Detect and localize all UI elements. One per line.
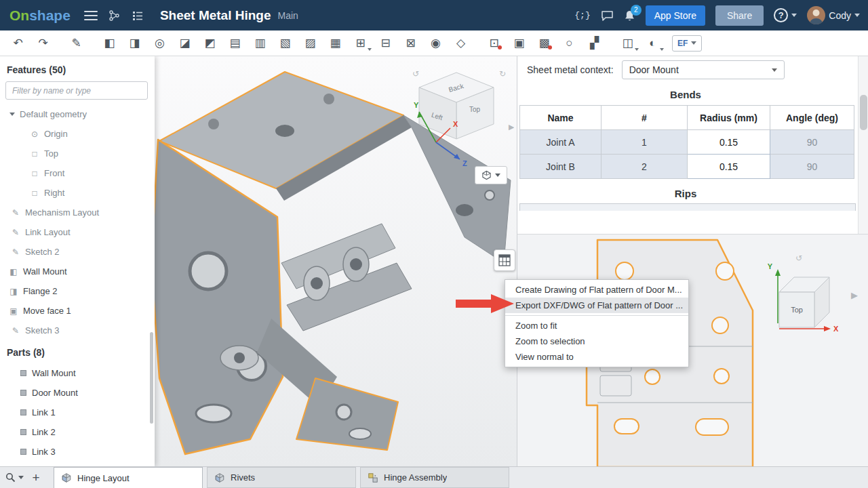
tab-rivets[interactable]: Rivets	[207, 467, 356, 488]
assembly-icon	[368, 472, 378, 483]
tree-item-sketch-3[interactable]: ✎Sketch 3	[0, 321, 155, 340]
tab-search-button[interactable]	[5, 472, 24, 483]
tree-item-wall-mount[interactable]: ◧Wall Mount	[0, 262, 155, 281]
part-item-link-2[interactable]: Link 2	[0, 422, 155, 442]
scrollbar-thumb[interactable]	[860, 95, 867, 130]
bend-count-cell[interactable]: 2	[601, 155, 688, 179]
chamfer-icon[interactable]: ◇	[448, 33, 473, 54]
boolean-icon[interactable]: ◐	[640, 33, 665, 54]
extrude-icon[interactable]: ◨	[122, 33, 147, 54]
hem-icon[interactable]: ▤	[222, 33, 248, 54]
view-options-button[interactable]	[475, 166, 507, 184]
part-item-wall-mount[interactable]: Wall Mount	[0, 363, 155, 383]
revolve-icon[interactable]: ◎	[147, 33, 172, 54]
notifications-bell-icon[interactable]: 2	[624, 9, 635, 22]
custom-feature-ef-button[interactable]: EF	[672, 35, 702, 52]
menu-item-view-normal-to[interactable]: View normal to	[505, 349, 688, 365]
menu-separator	[505, 315, 688, 316]
flat-pattern-icon[interactable]: ⊟	[373, 33, 398, 54]
bend-angle-cell[interactable]: 90	[770, 155, 854, 179]
feature-tree: Default geometry ⊙Origin □Top □Front □Ri…	[0, 104, 155, 340]
tab-hinge-assembly[interactable]: Hinge Assembly	[360, 467, 509, 488]
bend-name-cell[interactable]: Joint A	[520, 130, 601, 155]
tree-item-sketch-2[interactable]: ✎Sketch 2	[0, 242, 155, 262]
user-menu[interactable]: Cody	[807, 6, 860, 24]
part-item-link-3[interactable]: Link 3	[0, 442, 155, 462]
part-item-link-4[interactable]: Link 4	[0, 462, 155, 466]
sheet-metal-context-label: Sheet metal context:	[527, 64, 614, 75]
corner-break-icon[interactable]: ▨	[298, 33, 323, 54]
features-scrollbar[interactable]	[150, 332, 153, 424]
featurescript-icon[interactable]: {;}	[574, 10, 590, 20]
tree-item-origin[interactable]: ⊙Origin	[0, 124, 155, 144]
tree-item-link-layout[interactable]: ✎Link Layout	[0, 222, 155, 242]
delete-face-icon[interactable]: ⊡	[481, 33, 507, 54]
chevron-down-icon[interactable]	[9, 113, 15, 116]
view-cube[interactable]: ↺ ↻ Back Top Left ▶ Y X Z	[406, 64, 514, 180]
menu-item-export-dxf-dwg[interactable]: Export DXF/DWG of Flat pattern of Door .…	[505, 298, 688, 313]
app-store-button[interactable]: App Store	[646, 5, 705, 26]
menu-item-zoom-to-fit[interactable]: Zoom to fit	[505, 318, 688, 333]
rotate-cw-icon[interactable]: ↻	[499, 69, 506, 79]
sheet-metal-table-panel: Sheet metal context: Door Mount Bends Na…	[517, 56, 868, 234]
thicken-icon[interactable]: ◧	[97, 33, 122, 54]
bend-radius-cell[interactable]: 0.15	[688, 155, 770, 179]
tree-item-mechanism-layout[interactable]: ✎Mechanism Layout	[0, 203, 155, 222]
rip-icon[interactable]: ▦	[323, 33, 348, 54]
menu-item-create-drawing[interactable]: Create Drawing of Flat pattern of Door M…	[505, 282, 688, 298]
bend-angle-cell[interactable]: 90	[770, 130, 854, 155]
finish-sheet-metal-icon[interactable]: ▩	[532, 33, 557, 54]
help-menu[interactable]: ?	[774, 8, 797, 22]
chevron-down-icon	[691, 41, 696, 45]
move-face-icon[interactable]: ▣	[507, 33, 532, 54]
tree-item-right-plane[interactable]: □Right	[0, 183, 155, 203]
workspace-name[interactable]: Main	[278, 10, 298, 21]
linear-pattern-icon[interactable]: ▞	[582, 33, 607, 54]
view-chevron-right-icon[interactable]: ▶	[509, 123, 514, 131]
bend-count-cell[interactable]: 1	[601, 130, 688, 155]
sheet-metal-context-dropdown[interactable]: Door Mount	[622, 60, 785, 79]
flat-axis-x-label: X	[833, 325, 839, 333]
part-item-link-1[interactable]: Link 1	[0, 403, 155, 422]
rotate-ccw-icon[interactable]: ↺	[795, 253, 802, 263]
undo-icon[interactable]: ↶	[5, 33, 31, 54]
measure-icon[interactable]: ○	[557, 33, 582, 54]
flat-pattern-table-button[interactable]	[494, 249, 515, 271]
menu-icon[interactable]	[84, 11, 98, 20]
bends-col-name: Name	[520, 106, 601, 130]
flat-view-cube[interactable]: ↺ Top Y X	[759, 243, 861, 345]
flange-icon[interactable]: ◩	[197, 33, 222, 54]
versions-icon[interactable]	[108, 9, 121, 22]
tab-hinge-layout[interactable]: Hinge Layout	[54, 467, 203, 488]
tree-item-default-geometry[interactable]: Default geometry	[0, 104, 155, 124]
sheet-metal-table-icon[interactable]: ⊞	[348, 33, 373, 54]
parts-header: Parts (8)	[0, 340, 155, 363]
tree-item-move-face-1[interactable]: ▣Move face 1	[0, 301, 155, 321]
document-list-icon[interactable]	[132, 9, 144, 22]
part-item-door-mount[interactable]: Door Mount	[0, 383, 155, 403]
sweep-icon[interactable]: ◪	[172, 33, 197, 54]
axis-x-label: X	[453, 120, 458, 128]
redo-icon[interactable]: ↷	[31, 33, 56, 54]
mirror-icon[interactable]: ◫	[615, 33, 640, 54]
menu-item-zoom-to-selection[interactable]: Zoom to selection	[505, 333, 688, 349]
rotate-ccw-icon[interactable]: ↺	[412, 69, 419, 79]
tree-item-front-plane[interactable]: □Front	[0, 163, 155, 183]
comment-icon[interactable]	[601, 9, 614, 22]
bend-radius-cell[interactable]: 0.15	[688, 130, 770, 155]
bend-name-cell[interactable]: Joint B	[520, 155, 601, 179]
insert-tab-button[interactable]: +	[28, 470, 44, 485]
tab-icon[interactable]: ▥	[248, 33, 273, 54]
chevron-down-icon	[854, 14, 860, 17]
feature-filter-input[interactable]	[5, 81, 148, 100]
share-button[interactable]: Share	[715, 5, 764, 26]
tree-item-top-plane[interactable]: □Top	[0, 144, 155, 163]
joggle-icon[interactable]: ⊠	[398, 33, 423, 54]
fillet-icon[interactable]: ◉	[423, 33, 448, 54]
sketch-icon[interactable]: ✎	[64, 33, 89, 54]
tree-item-flange-2[interactable]: ◨Flange 2	[0, 281, 155, 301]
panel-scrollbar[interactable]	[858, 56, 868, 234]
onshape-logo[interactable]: Onshape	[9, 7, 71, 24]
flat-view-chevron-right-icon[interactable]: ▶	[851, 290, 858, 300]
bend-icon[interactable]: ▧	[273, 33, 298, 54]
